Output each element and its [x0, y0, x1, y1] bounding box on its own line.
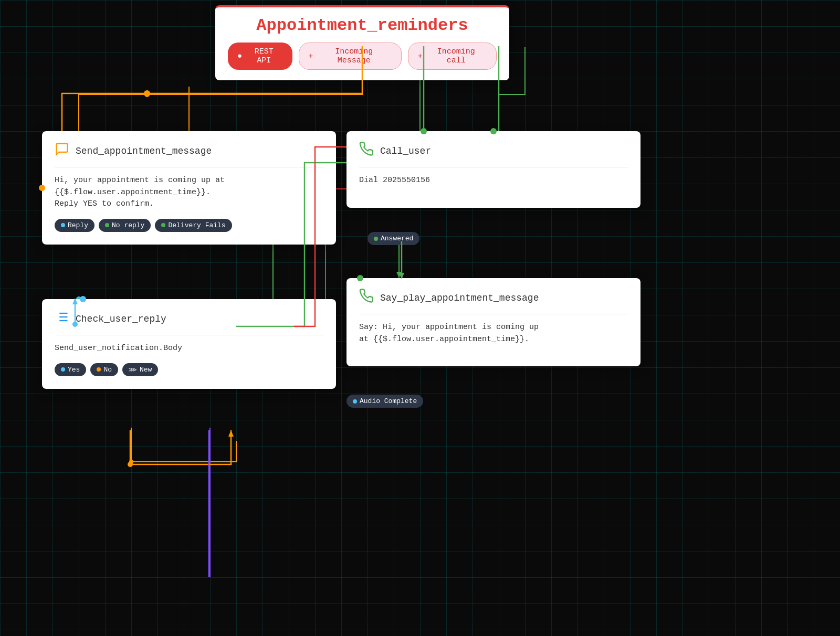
- message-icon: [55, 142, 69, 161]
- rest-api-dot: ●: [237, 52, 242, 61]
- no-reply-tag[interactable]: No reply: [99, 219, 151, 232]
- reply-dot: [61, 223, 65, 227]
- audio-dot: [353, 399, 357, 404]
- reply-label: Reply: [68, 221, 88, 229]
- say-card-body: Say: Hi, your appointment is coming up a…: [359, 322, 628, 345]
- trigger-card: Appointment_reminders ● REST API + Incom…: [215, 5, 509, 80]
- call-card-body: Dial 2025550156: [359, 175, 628, 187]
- say-card-title: Say_play_appointment_message: [380, 293, 539, 303]
- flow-title: Appointment_reminders: [228, 16, 497, 35]
- new-label: New: [140, 366, 152, 374]
- audio-label: Audio Complete: [360, 397, 417, 405]
- send-card-tags: Reply No reply Delivery Fails: [55, 219, 323, 232]
- rest-api-button[interactable]: ● REST API: [228, 43, 292, 70]
- answered-badge: Answered: [368, 232, 419, 245]
- yes-label: Yes: [68, 366, 80, 374]
- rest-api-label: REST API: [245, 47, 283, 65]
- check-card-title: Check_user_reply: [76, 314, 166, 324]
- check-user-reply-card: Check_user_reply Send_user_notification.…: [42, 299, 336, 389]
- check-card-top-dot: [80, 296, 86, 302]
- audio-complete-badge: Audio Complete: [346, 395, 423, 408]
- send-card-header: Send_appointment_message: [55, 142, 323, 167]
- new-icon: ⋙: [129, 366, 137, 373]
- phone-icon: [359, 142, 374, 161]
- call-card-top-dot: [490, 128, 497, 134]
- say-phone-icon: [359, 289, 374, 308]
- incoming-call-plus: +: [418, 52, 423, 61]
- answered-dot: [374, 237, 378, 241]
- no-tag[interactable]: No: [90, 363, 118, 376]
- send-card-title: Send_appointment_message: [76, 146, 212, 156]
- incoming-call-label: Incoming call: [426, 47, 487, 65]
- trigger-buttons: ● REST API + Incoming Message + Incoming…: [228, 43, 497, 70]
- delivery-fails-dot: [161, 223, 165, 227]
- reply-tag[interactable]: Reply: [55, 219, 94, 232]
- incoming-call-button[interactable]: + Incoming call: [408, 43, 497, 70]
- send-card-left-dot: [39, 185, 45, 191]
- send-appointment-card: Send_appointment_message Hi, your appoin…: [42, 131, 336, 245]
- call-user-card: Call_user Dial 2025550156: [346, 131, 640, 208]
- call-card-header: Call_user: [359, 142, 628, 167]
- incoming-message-plus: +: [309, 52, 313, 61]
- check-card-tags: Yes No ⋙ New: [55, 363, 323, 376]
- yes-dot: [61, 367, 65, 372]
- delivery-fails-tag[interactable]: Delivery Fails: [155, 219, 232, 232]
- say-card-header: Say_play_appointment_message: [359, 289, 628, 314]
- check-card-body: Send_user_notification.Body: [55, 343, 323, 355]
- call-card-title: Call_user: [380, 146, 431, 156]
- incoming-message-button[interactable]: + Incoming Message: [299, 43, 402, 70]
- no-label: No: [103, 366, 112, 374]
- delivery-fails-label: Delivery Fails: [168, 221, 225, 229]
- say-play-card: Say_play_appointment_message Say: Hi, yo…: [346, 278, 640, 366]
- send-card-body: Hi, your appointment is coming up at {{$…: [55, 175, 323, 210]
- incoming-message-label: Incoming Message: [317, 47, 392, 65]
- say-card-top-dot: [357, 275, 363, 281]
- check-icon: [55, 310, 69, 328]
- new-tag[interactable]: ⋙ New: [122, 363, 158, 376]
- no-reply-dot: [105, 223, 109, 227]
- no-reply-label: No reply: [112, 221, 144, 229]
- check-card-header: Check_user_reply: [55, 310, 323, 335]
- answered-label: Answered: [381, 235, 413, 242]
- yes-tag[interactable]: Yes: [55, 363, 86, 376]
- no-dot: [97, 367, 101, 372]
